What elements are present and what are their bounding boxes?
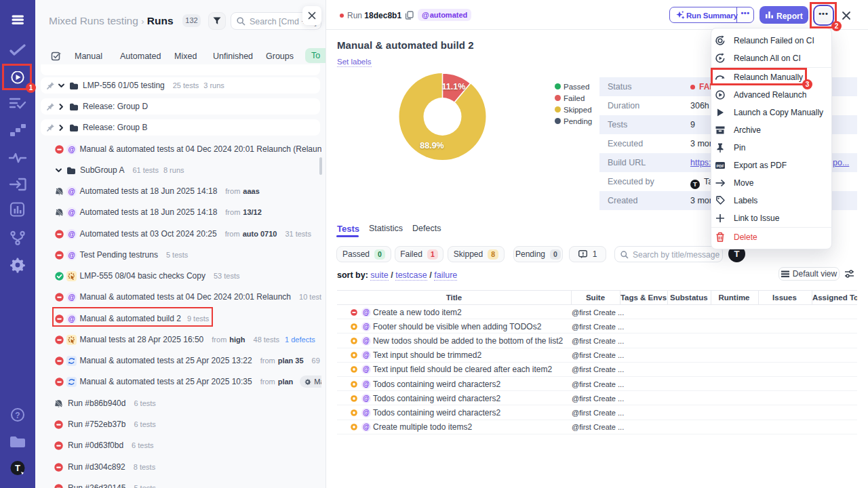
svg-text:@: @ [68,187,75,195]
svg-text:11.1%: 11.1% [442,82,466,92]
svg-text:@: @ [68,293,75,301]
svg-text:@: @ [68,230,75,238]
svg-text:@: @ [363,308,370,316]
svg-text:88.9%: 88.9% [420,141,443,150]
svg-text:PDF: PDF [717,164,725,168]
svg-text:@: @ [363,323,370,330]
svg-text:@: @ [68,208,75,216]
svg-text:@: @ [363,366,370,373]
svg-text:@: @ [363,409,370,416]
svg-text:@: @ [363,423,370,430]
svg-text:@: @ [68,145,75,153]
svg-text:@: @ [363,351,370,359]
svg-text:@: @ [363,394,370,402]
svg-text:@: @ [68,251,75,259]
svg-text:@: @ [363,337,370,344]
svg-text:?: ? [15,411,20,420]
svg-text:@: @ [363,380,370,388]
svg-text:T: T [15,463,20,473]
